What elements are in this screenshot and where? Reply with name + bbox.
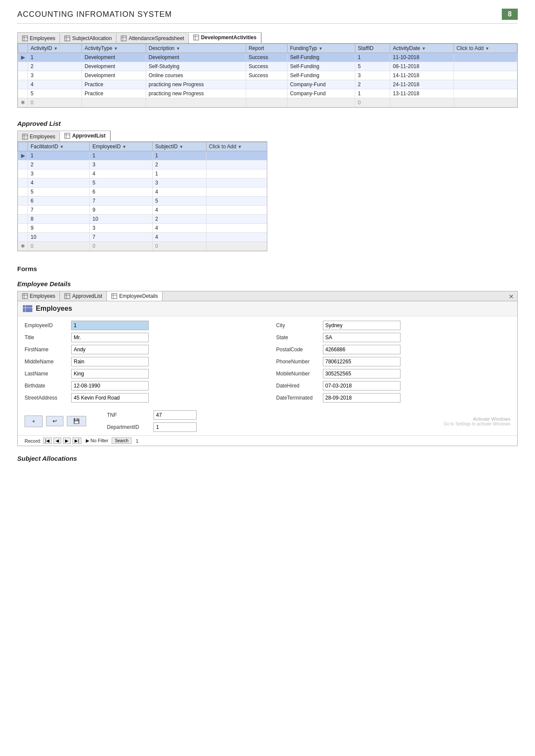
label-mobile: MobileNumber bbox=[276, 371, 319, 377]
new-cell-report bbox=[246, 98, 287, 107]
list-item[interactable]: 8 10 2 bbox=[18, 215, 268, 224]
al-cell-sub: 1 bbox=[153, 151, 206, 160]
input-title[interactable] bbox=[71, 333, 149, 342]
form-tab-employees[interactable]: Employees bbox=[18, 291, 60, 301]
undo-button[interactable]: ↩ bbox=[46, 416, 63, 426]
nav-prev-button[interactable]: ◀ bbox=[53, 437, 61, 444]
form-header-title: Employees bbox=[36, 305, 72, 312]
al-cell-sub: 4 bbox=[153, 187, 206, 197]
tab-subject-allocation[interactable]: SubjectAllocation bbox=[60, 34, 116, 43]
table-row[interactable]: 4 Practice practicing new Progress Compa… bbox=[18, 80, 517, 89]
input-state[interactable] bbox=[323, 333, 400, 342]
cell-activity-id: 4 bbox=[28, 80, 82, 89]
col-report[interactable]: Report bbox=[246, 44, 287, 53]
list-item[interactable]: 6 7 5 bbox=[18, 197, 268, 206]
cell-staff-id: 5 bbox=[355, 62, 390, 71]
input-firstname[interactable] bbox=[71, 345, 149, 354]
list-item[interactable]: ▶ 1 1 1 bbox=[18, 151, 268, 160]
table-icon bbox=[22, 35, 28, 41]
al-col-employee[interactable]: EmployeeID ▼ bbox=[90, 142, 153, 151]
label-date-terminated: DateTerminated bbox=[276, 395, 319, 401]
cell-activity-type: Development bbox=[82, 53, 146, 62]
al-new-row[interactable]: ✱ 0 0 0 bbox=[18, 242, 268, 251]
cell-click-to-add bbox=[454, 71, 517, 80]
list-item[interactable]: 2 3 2 bbox=[18, 160, 268, 169]
table-row[interactable]: 2 Development Self-Studying Success Self… bbox=[18, 62, 517, 71]
label-employee-id: EmployeeID bbox=[25, 322, 68, 328]
list-item[interactable]: 4 5 3 bbox=[18, 178, 268, 187]
input-birthdate[interactable] bbox=[71, 381, 149, 390]
col-activity-type[interactable]: ActivityType ▼ bbox=[82, 44, 146, 53]
tab-approved-list[interactable]: ApprovedList bbox=[60, 131, 110, 141]
input-dept-id[interactable] bbox=[153, 422, 197, 432]
tab-approved-employees[interactable]: Employees bbox=[18, 132, 60, 141]
page-number: 8 bbox=[502, 9, 518, 20]
tab-employees[interactable]: Employees bbox=[18, 34, 60, 43]
field-middlename: MiddleName bbox=[25, 357, 259, 366]
al-cell-emp: 1 bbox=[90, 151, 153, 160]
al-cell-add bbox=[206, 233, 267, 242]
cell-description: Development bbox=[146, 53, 246, 62]
nav-next-button[interactable]: ▶ bbox=[63, 437, 71, 444]
form-close-button[interactable]: ✕ bbox=[509, 293, 514, 300]
cell-report: Success bbox=[246, 71, 287, 80]
list-item[interactable]: 5 6 4 bbox=[18, 187, 268, 197]
col-funding[interactable]: FundingTyp ▼ bbox=[287, 44, 355, 53]
table-row[interactable]: 3 Development Online courses Success Sel… bbox=[18, 71, 517, 80]
col-activity-id[interactable]: ActivityID ▼ bbox=[28, 44, 82, 53]
cell-activity-type: Practice bbox=[82, 80, 146, 89]
input-city[interactable] bbox=[323, 321, 400, 330]
nav-first-button[interactable]: |◀ bbox=[43, 437, 52, 444]
al-cell-emp: 7 bbox=[90, 233, 153, 242]
input-tnf[interactable] bbox=[153, 410, 197, 420]
tab-attendance[interactable]: AttendanceSpreadsheet bbox=[116, 34, 189, 43]
input-phone[interactable] bbox=[323, 357, 400, 366]
employee-details-heading: Employee Details bbox=[17, 280, 518, 287]
tab-dev-activities[interactable]: DevelopmentActivities bbox=[189, 33, 261, 43]
input-lastname[interactable] bbox=[71, 369, 149, 378]
field-firstname: FirstName bbox=[25, 345, 259, 354]
add-record-button[interactable]: ＋ bbox=[25, 415, 43, 427]
save-button[interactable]: 💾 bbox=[67, 416, 86, 426]
label-firstname: FirstName bbox=[25, 347, 68, 353]
input-postal[interactable] bbox=[323, 345, 400, 354]
al-col-subject[interactable]: SubjectID ▼ bbox=[153, 142, 206, 151]
input-date-terminated[interactable] bbox=[323, 393, 400, 403]
nav-last-button[interactable]: ▶| bbox=[72, 437, 81, 444]
svg-rect-27 bbox=[23, 305, 32, 312]
list-item[interactable]: 10 7 4 bbox=[18, 233, 268, 242]
al-cell-sub: 2 bbox=[153, 215, 206, 224]
dev-activities-section: Employees SubjectAllocation AttendanceSp… bbox=[17, 32, 518, 108]
cell-funding: Self-Funding bbox=[287, 62, 355, 71]
col-description[interactable]: Description ▼ bbox=[146, 44, 246, 53]
form-tab-approved-list[interactable]: ApprovedList bbox=[60, 291, 107, 301]
search-button[interactable]: Search bbox=[112, 437, 131, 444]
input-employee-id[interactable] bbox=[71, 321, 149, 330]
cell-staff-id: 1 bbox=[355, 53, 390, 62]
form-tab-employee-details[interactable]: EmployeeDetails bbox=[107, 291, 163, 301]
list-item[interactable]: 9 3 4 bbox=[18, 224, 268, 233]
table-row[interactable]: 5 Practice practicing new Progress Compa… bbox=[18, 89, 517, 98]
label-middlename: MiddleName bbox=[25, 359, 68, 365]
form-buttons-row: ＋ ↩ 💾 TNF DepartmentID Ac bbox=[18, 407, 517, 435]
al-col-facilitator[interactable]: FacilitatorID ▼ bbox=[28, 142, 90, 151]
new-row[interactable]: ✱ 0 0 bbox=[18, 98, 517, 107]
col-activity-date[interactable]: ActivityDate ▼ bbox=[390, 44, 454, 53]
row-selector bbox=[18, 71, 28, 80]
list-item[interactable]: 7 9 4 bbox=[18, 206, 268, 215]
cell-report: Success bbox=[246, 53, 287, 62]
al-cell-add bbox=[206, 151, 267, 160]
input-date-hired[interactable] bbox=[323, 381, 400, 390]
input-mobile[interactable] bbox=[323, 369, 400, 378]
subject-allocations-section: Subject Allocations bbox=[17, 455, 518, 462]
al-col-click-to-add[interactable]: Click to Add ▼ bbox=[206, 142, 267, 151]
col-staff-id[interactable]: StaffID bbox=[355, 44, 390, 53]
list-item[interactable]: 3 4 1 bbox=[18, 169, 268, 178]
nav-text: Record: bbox=[25, 438, 41, 444]
al-cell-emp: 9 bbox=[90, 206, 153, 215]
tab-attendance-label: AttendanceSpreadsheet bbox=[128, 35, 184, 41]
table-row[interactable]: ▶ 1 Development Development Success Self… bbox=[18, 53, 517, 62]
input-street[interactable] bbox=[71, 393, 149, 403]
col-click-to-add[interactable]: Click to Add ▼ bbox=[454, 44, 517, 53]
input-middlename[interactable] bbox=[71, 357, 149, 366]
